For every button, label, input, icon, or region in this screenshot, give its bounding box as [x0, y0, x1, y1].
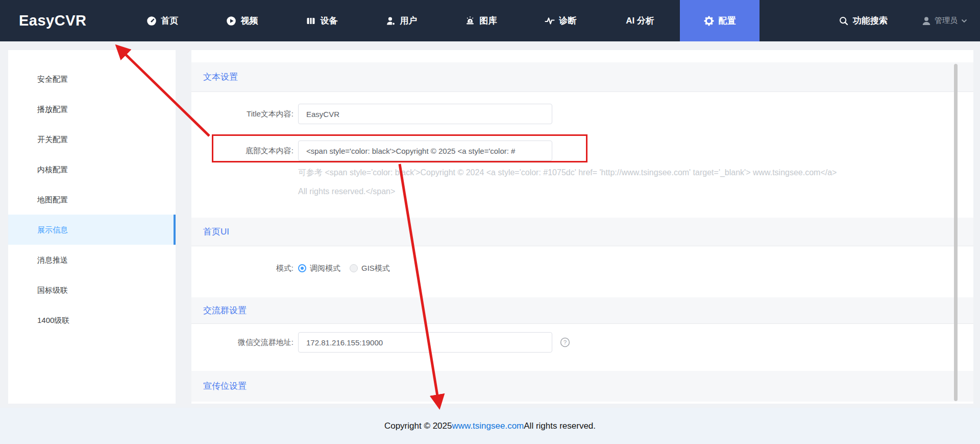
search-icon [839, 16, 848, 26]
footer-copyright-suffix: All rights reserved. [524, 421, 596, 431]
title-text-row: Title文本内容: [191, 104, 651, 124]
nav-item-config[interactable]: 配置 [680, 0, 760, 41]
section-header-chat-group: 交流群设置 [191, 297, 973, 324]
sidebar-item-display-info[interactable]: 展示信息 [8, 215, 176, 245]
nav-item-video[interactable]: 视频 [202, 0, 282, 41]
panel-scrollbar[interactable] [954, 64, 958, 401]
radio-option-label: 调阅模式 [310, 264, 340, 273]
sidebar-item-gb-cascade[interactable]: 国标级联 [8, 275, 176, 305]
settings-sidebar: 安全配置 播放配置 开关配置 内核配置 地图配置 展示信息 消息推送 国标级联 … [8, 50, 176, 404]
nav-item-device[interactable]: 设备 [282, 0, 361, 41]
gear-icon [704, 16, 714, 26]
dashboard-icon [146, 16, 157, 26]
radio-option-playback-mode[interactable]: 调阅模式 [298, 264, 340, 273]
avatar-icon [922, 16, 931, 26]
radio-option-gis-mode[interactable]: GIS模式 [350, 264, 390, 273]
gallery-icon [465, 16, 475, 26]
title-text-input[interactable] [298, 104, 552, 124]
sidebar-item-message-push[interactable]: 消息推送 [8, 245, 176, 275]
user-menu-label: 管理员 [935, 16, 958, 26]
play-icon [226, 16, 236, 26]
sidebar-item-1400-cascade[interactable]: 1400级联 [8, 305, 176, 335]
sidebar-item-security-config[interactable]: 安全配置 [8, 64, 176, 94]
radio-option-label: GIS模式 [361, 264, 390, 273]
sidebar-item-switch-config[interactable]: 开关配置 [8, 124, 176, 154]
wechat-group-row: 微信交流群地址: ? [191, 332, 651, 353]
bottom-text-label: 底部文本内容: [191, 141, 293, 161]
nav-item-label: 设备 [321, 15, 338, 27]
chevron-down-icon [961, 19, 967, 23]
svg-text:?: ? [564, 339, 567, 345]
sidebar-item-play-config[interactable]: 播放配置 [8, 94, 176, 124]
nav-item-label: 配置 [719, 15, 736, 27]
main-nav: 首页 视频 设备 用户 图库 诊断 AI 分析 配置 [122, 0, 760, 41]
feature-search-label: 功能搜索 [853, 15, 888, 27]
nav-item-diagnosis[interactable]: 诊断 [521, 0, 600, 41]
user-menu[interactable]: 管理员 [922, 0, 967, 41]
diagnosis-icon [545, 16, 555, 26]
wechat-group-label: 微信交流群地址: [191, 332, 293, 353]
nav-item-label: 用户 [400, 15, 418, 27]
nav-item-label: AI 分析 [626, 15, 654, 27]
nav-item-ai-analysis[interactable]: AI 分析 [600, 0, 680, 41]
title-text-label: Title文本内容: [191, 104, 293, 124]
bottom-text-hint-line2: All rights reserved.</span> [298, 187, 957, 196]
section-header-text-settings: 文本设置 [191, 62, 973, 92]
sidebar-item-map-config[interactable]: 地图配置 [8, 184, 176, 215]
footer-tsingsee-link[interactable]: www.tsingsee.com [452, 421, 524, 431]
bottom-text-hint-line1: 可参考 <span style='color: black'>Copyright… [298, 168, 957, 178]
nav-item-label: 视频 [241, 15, 258, 27]
page-footer: Copyright © 2025 www.tsingsee.com All ri… [0, 408, 980, 444]
top-navbar: EasyCVR 首页 视频 设备 用户 图库 诊断 AI 分析 [0, 0, 980, 41]
display-info-panel: 文本设置 Title文本内容: 底部文本内容: 可参考 <span style=… [191, 50, 973, 404]
bottom-text-row: 底部文本内容: [191, 141, 651, 161]
wechat-group-input[interactable] [298, 332, 552, 353]
nav-item-home[interactable]: 首页 [122, 0, 202, 41]
nav-item-user[interactable]: 用户 [361, 0, 441, 41]
mode-label: 模式: [191, 258, 293, 278]
mode-radio-group: 调阅模式 GIS模式 [298, 258, 390, 278]
app-logo[interactable]: EasyCVR [19, 0, 86, 41]
user-icon [385, 16, 396, 26]
device-icon [306, 16, 316, 26]
sidebar-item-kernel-config[interactable]: 内核配置 [8, 154, 176, 184]
section-header-banner: 宣传位设置 [191, 371, 973, 402]
footer-copyright-prefix: Copyright © 2025 [384, 421, 452, 431]
nav-item-label: 首页 [161, 15, 179, 27]
nav-item-label: 诊断 [559, 15, 577, 27]
mode-row: 模式: 调阅模式 GIS模式 [191, 258, 651, 278]
radio-selected-icon[interactable] [298, 264, 306, 272]
radio-unselected-icon[interactable] [350, 264, 358, 272]
nav-item-label: 图库 [480, 15, 497, 27]
bottom-text-input[interactable] [298, 141, 552, 161]
feature-search[interactable]: 功能搜索 [839, 0, 888, 41]
section-header-home-ui: 首页UI [191, 218, 973, 246]
question-circle-icon[interactable]: ? [560, 337, 570, 349]
nav-item-gallery[interactable]: 图库 [441, 0, 521, 41]
sidebar-list: 安全配置 播放配置 开关配置 内核配置 地图配置 展示信息 消息推送 国标级联 … [8, 50, 176, 335]
